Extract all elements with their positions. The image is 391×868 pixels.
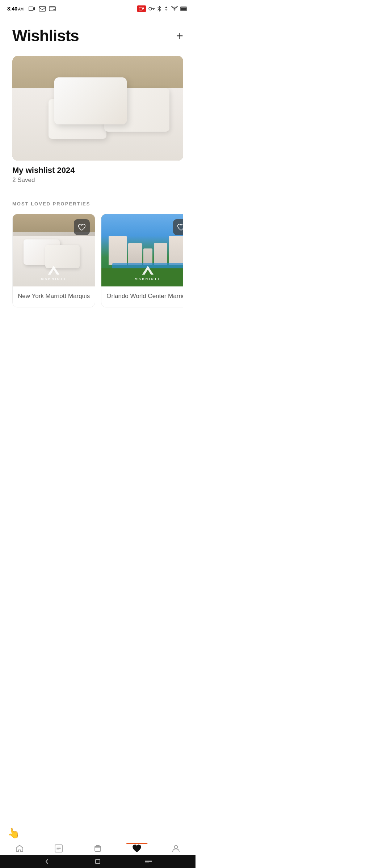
wishlist-card-image [12, 56, 183, 161]
status-bar: 8:40 AM [0, 0, 196, 16]
property-name-1: New York Marriott Marquis [18, 292, 90, 301]
status-icons-left [29, 6, 56, 12]
heart-icon-1 [78, 223, 86, 231]
svg-point-4 [149, 7, 152, 10]
svg-rect-1 [39, 7, 46, 11]
properties-scroll[interactable]: MARRIOTT New York Marriott Marquis [0, 214, 183, 311]
property-image-1: MARRIOTT [13, 214, 95, 286]
status-bar-left: 8:40 AM [7, 6, 56, 12]
svg-rect-6 [181, 8, 186, 10]
svg-rect-0 [29, 7, 33, 10]
resort-building [109, 236, 183, 265]
heart-icon-2 [177, 223, 183, 231]
marriott-text-2: MARRIOTT [135, 277, 161, 281]
video-icon [29, 6, 36, 11]
building-tall [109, 236, 127, 265]
main-content: Wishlists + My wishlist 2024 2 Saved MOS… [0, 16, 196, 311]
heart-button-1[interactable] [74, 219, 90, 235]
wishlist-card-info: My wishlist 2024 2 Saved [12, 161, 183, 187]
wallet-icon [49, 6, 56, 12]
record-cam-icon [139, 7, 144, 10]
marriott-text-1: MARRIOTT [41, 277, 67, 281]
wishlist-name: My wishlist 2024 [12, 166, 182, 175]
key-icon [148, 7, 155, 11]
bluetooth-icon [157, 6, 161, 12]
battery-icon [180, 7, 188, 11]
page-header: Wishlists + [12, 27, 183, 45]
status-icons-right [137, 5, 188, 12]
marriott-logo-1: MARRIOTT [41, 265, 67, 281]
property-info-2: Orlando World Center Marriott [101, 286, 183, 307]
svg-rect-2 [49, 7, 55, 11]
pillow-1 [54, 77, 127, 124]
building-mid-2 [154, 243, 167, 265]
building-mid [128, 243, 142, 265]
page-title: Wishlists [12, 27, 79, 45]
property-name-2: Orlando World Center Marriott [106, 292, 183, 301]
bottom-spacer [0, 311, 196, 358]
building-short [143, 248, 152, 265]
wifi-icon [171, 6, 178, 11]
marriott-logo-2: MARRIOTT [135, 265, 161, 281]
property-info-1: New York Marriott Marquis [13, 286, 95, 307]
mail-icon [39, 6, 46, 12]
add-wishlist-button[interactable]: + [176, 30, 183, 42]
property-image-2: MARRIOTT [101, 214, 183, 286]
wishlist-saved-count: 2 Saved [12, 176, 182, 184]
property-card-2[interactable]: MARRIOTT Orlando World Center Marriott [101, 214, 183, 307]
svg-rect-3 [139, 7, 142, 10]
heart-button-2[interactable] [173, 219, 183, 235]
status-time: 8:40 AM [7, 6, 24, 12]
signal-icon [164, 6, 169, 12]
building-tall-2 [169, 236, 183, 265]
most-loved-section-title: MOST LOVED PROPERTIES [12, 201, 183, 207]
wishlist-card[interactable]: My wishlist 2024 2 Saved [12, 56, 183, 187]
property-card-1[interactable]: MARRIOTT New York Marriott Marquis [12, 214, 95, 307]
